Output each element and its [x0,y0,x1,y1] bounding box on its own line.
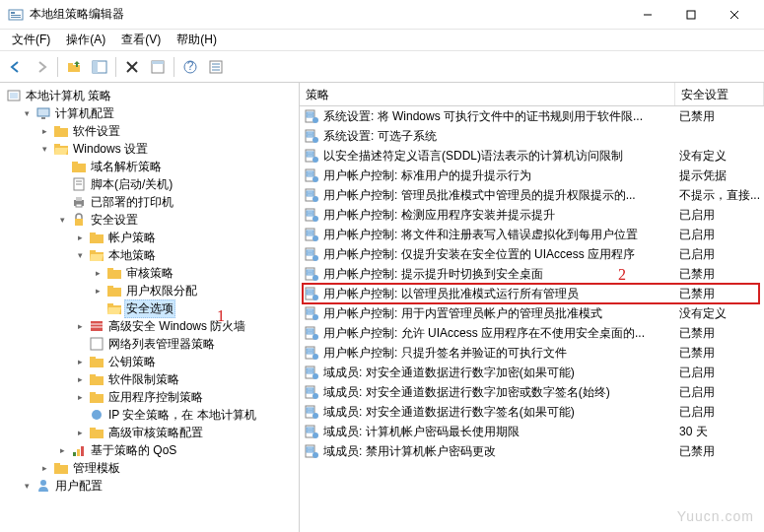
policy-row[interactable]: 以安全描述符定义语言(SDDL)语法表示的计算机访问限制没有定义 [300,146,764,166]
svg-rect-94 [307,233,313,235]
policy-list-panel[interactable]: 策略 安全设置 系统设置: 将 Windows 可执行文件中的证书规则用于软件限… [300,83,764,532]
folder-icon [106,283,122,299]
menu-view[interactable]: 查看(V) [113,30,169,50]
tree-item-public-key[interactable]: ▸ 公钥策略 [2,353,297,370]
close-button[interactable] [713,0,756,30]
expander-icon[interactable]: ▾ [20,479,34,493]
column-header-setting[interactable]: 安全设置 [675,83,764,105]
svg-point-75 [313,137,318,143]
tree-item-scripts[interactable]: ▸ 脚本(启动/关机) [2,175,297,193]
svg-rect-138 [307,450,313,452]
policy-row[interactable]: 用户帐户控制: 以管理员批准模式运行所有管理员已禁用 [300,284,764,303]
tree-item-security-settings[interactable]: ▾ 安全设置 [2,211,297,229]
policy-item-icon [304,365,319,380]
policy-item-icon [304,128,319,144]
expander-icon[interactable]: ▸ [37,124,51,138]
policy-row[interactable]: 域成员: 禁用计算机帐户密码更改已禁用 [300,441,764,461]
maximize-button[interactable] [669,0,713,30]
expander-icon[interactable]: ▸ [73,231,87,244]
svg-rect-37 [76,204,82,207]
expander-icon[interactable]: ▸ [55,443,69,457]
svg-rect-113 [307,329,313,331]
policy-item-icon [304,286,319,301]
policy-row[interactable]: 用户帐户控制: 将文件和注册表写入错误虚拟化到每用户位置已启用 [300,225,764,244]
expander-icon[interactable]: ▸ [73,372,87,386]
tree-root[interactable]: 本地计算机 策略 [2,87,297,104]
tree-item-deployed-printers[interactable]: ▸ 已部署的打印机 [2,193,297,211]
policy-row[interactable]: 域成员: 对安全通道数据进行数字签名(如果可能)已启用 [300,402,764,422]
menu-file[interactable]: 文件(F) [4,30,58,50]
policy-row[interactable]: 用户帐户控制: 检测应用程序安装并提示提升已启用 [300,205,764,225]
tree-item-software-restriction[interactable]: ▸ 软件限制策略 [2,370,297,388]
tree-label: Windows 设置 [71,140,150,159]
policy-name: 用户帐户控制: 以管理员批准模式运行所有管理员 [323,286,679,302]
svg-rect-53 [90,359,104,367]
menu-help[interactable]: 帮助(H) [169,30,225,50]
expander-icon[interactable]: ▾ [73,248,87,262]
svg-rect-48 [107,303,113,306]
tree-panel[interactable]: 本地计算机 策略 ▾ 计算机配置 ▸ 软件设置 ▾ Windows 设置 ▸ 域… [0,83,300,532]
policy-row[interactable]: 用户帐户控制: 允许 UIAccess 应用程序在不使用安全桌面的...已禁用 [300,323,764,343]
tree-item-ipsec[interactable]: ▸ IP 安全策略，在 本地计算机 [2,406,297,424]
svg-rect-3 [11,17,21,18]
up-button[interactable] [62,55,86,79]
tree-item-user-rights[interactable]: ▸ 用户权限分配 [2,282,297,299]
policy-row[interactable]: 域成员: 对安全通道数据进行数字加密或数字签名(始终)已启用 [300,382,764,402]
tree-root-label: 本地计算机 策略 [24,87,113,105]
list-header: 策略 安全设置 [300,83,764,106]
tree-item-app-control[interactable]: ▸ 应用程序控制策略 [2,388,297,406]
show-hide-tree-button[interactable] [88,55,111,79]
policy-row[interactable]: 系统设置: 可选子系统 [300,126,764,146]
expander-icon[interactable]: ▸ [91,284,104,298]
tree-item-account-policies[interactable]: ▸ 帐户策略 [2,229,297,246]
tree-item-adv-firewall[interactable]: ▸ 高级安全 Windows 防火墙 [2,317,297,335]
column-header-policy[interactable]: 策略 [300,83,675,105]
properties-button[interactable] [146,55,170,79]
tree-item-security-options[interactable]: ▸ 安全选项 [2,299,297,317]
policy-row[interactable]: 用户帐户控制: 管理员批准模式中管理员的提升权限提示的...不提示，直接... [300,185,764,205]
help-button[interactable]: ? [178,55,202,79]
policy-setting: 没有定义 [679,305,760,322]
expander-icon[interactable]: ▾ [37,142,51,156]
policy-row[interactable]: 用户帐户控制: 只提升签名并验证的可执行文件已禁用 [300,343,764,363]
minimize-button[interactable] [626,0,669,30]
expander-icon[interactable]: ▸ [91,266,104,280]
svg-rect-117 [307,349,313,351]
expander-icon[interactable]: ▸ [73,426,87,439]
svg-rect-74 [307,135,313,137]
filter-button[interactable] [204,55,228,79]
tree-item-computer-config[interactable]: ▾ 计算机配置 [2,104,297,122]
tree-label: 网络列表管理器策略 [106,335,217,354]
delete-button[interactable] [120,55,144,79]
expander-icon[interactable]: ▸ [73,390,87,404]
policy-row[interactable]: 域成员: 计算机帐户密码最长使用期限30 天 [300,422,764,441]
tree-item-network-list[interactable]: ▸ 网络列表管理器策略 [2,335,297,353]
menu-action[interactable]: 操作(A) [58,30,113,50]
tree-item-admin-templates[interactable]: ▸ 管理模板 [2,459,297,477]
policy-row[interactable]: 域成员: 对安全通道数据进行数字加密(如果可能)已启用 [300,363,764,382]
tree-item-name-resolution[interactable]: ▸ 域名解析策略 [2,158,297,175]
policy-row[interactable]: 用户帐户控制: 仅提升安装在安全位置的 UIAccess 应用程序已启用 [300,244,764,264]
expander-icon[interactable]: ▾ [20,106,34,120]
policy-row[interactable]: 系统设置: 将 Windows 可执行文件中的证书规则用于软件限...已禁用 [300,106,764,126]
svg-rect-39 [90,234,104,243]
tree-item-audit-policy[interactable]: ▸ 审核策略 [2,264,297,282]
tree-item-qos[interactable]: ▸ 基于策略的 QoS [2,441,297,459]
tree-item-user-config[interactable]: ▾ 用户配置 [2,477,297,495]
tree-item-local-policies[interactable]: ▾ 本地策略 [2,246,297,264]
back-button[interactable] [4,55,28,79]
tree-item-windows-settings[interactable]: ▾ Windows 设置 [2,140,297,158]
tree-item-adv-audit[interactable]: ▸ 高级审核策略配置 [2,424,297,441]
svg-rect-85 [307,191,313,193]
policy-row[interactable]: 用户帐户控制: 用于内置管理员帐户的管理员批准模式没有定义 [300,303,764,323]
svg-rect-93 [307,231,313,233]
expander-icon[interactable]: ▸ [73,319,87,333]
policy-row[interactable]: 用户帐户控制: 提示提升时切换到安全桌面已禁用 [300,264,764,284]
expander-icon[interactable]: ▸ [37,461,51,475]
forward-button[interactable] [30,55,53,79]
expander-icon[interactable]: ▸ [73,355,87,368]
script-icon [71,176,87,192]
expander-icon[interactable]: ▾ [55,213,69,227]
policy-row[interactable]: 用户帐户控制: 标准用户的提升提示行为提示凭据 [300,166,764,185]
tree-item-software-settings[interactable]: ▸ 软件设置 [2,122,297,140]
